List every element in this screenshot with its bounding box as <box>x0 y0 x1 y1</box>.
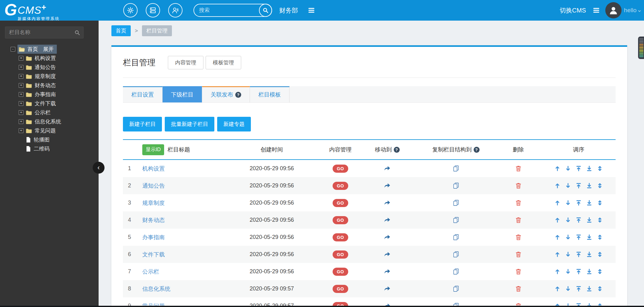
tree-item-label[interactable]: 常见问题 <box>35 127 56 134</box>
sort-down-icon[interactable] <box>565 165 571 172</box>
trash-icon[interactable] <box>515 251 522 258</box>
copy-icon[interactable] <box>452 251 460 258</box>
sort-to-top-icon[interactable] <box>575 182 582 189</box>
sort-down-icon[interactable] <box>565 200 571 206</box>
expand-box-icon[interactable]: + <box>19 92 23 97</box>
search-icon[interactable] <box>259 4 272 17</box>
search-icon[interactable] <box>74 29 80 36</box>
sort-updown-icon[interactable] <box>597 165 603 172</box>
column-title-link[interactable]: 文件下载 <box>142 251 165 258</box>
column-title-link[interactable]: 规章制度 <box>142 200 165 206</box>
tree-item-label[interactable]: 机构设置 <box>35 55 56 62</box>
tree-item-label[interactable]: 财务动态 <box>35 82 56 89</box>
go-button[interactable]: GO <box>333 285 349 293</box>
tree-item-page[interactable]: 二维码 <box>0 144 99 153</box>
global-search-input[interactable] <box>199 4 255 16</box>
tree-item-label[interactable]: 信息化系统 <box>35 118 61 125</box>
browser-extension-widget[interactable] <box>638 37 644 59</box>
column-title-link[interactable]: 办事指南 <box>142 234 165 240</box>
expand-box-icon[interactable]: + <box>19 128 23 133</box>
go-button[interactable]: GO <box>333 216 349 224</box>
tab-column-template[interactable]: 栏目模板 <box>250 86 290 102</box>
new-topic-button[interactable]: 新建专题 <box>217 117 251 131</box>
tree-item-folder[interactable]: +通知公告 <box>0 63 99 72</box>
sort-to-bottom-icon[interactable] <box>586 217 593 223</box>
trash-icon[interactable] <box>515 268 522 275</box>
copy-icon[interactable] <box>452 234 460 241</box>
department-menu-icon[interactable] <box>307 7 315 14</box>
sort-to-bottom-icon[interactable] <box>586 165 593 172</box>
sort-to-bottom-icon[interactable] <box>586 200 593 206</box>
sort-updown-icon[interactable] <box>597 200 603 206</box>
sort-to-top-icon[interactable] <box>575 200 582 206</box>
tree-root-selected[interactable]: 首页 展开 <box>17 45 57 54</box>
expand-box-icon[interactable]: + <box>19 119 23 124</box>
sort-to-top-icon[interactable] <box>575 234 582 240</box>
expand-box-icon[interactable]: + <box>19 101 23 106</box>
sort-to-bottom-icon[interactable] <box>586 234 593 240</box>
user-settings-icon[interactable] <box>168 3 183 17</box>
sort-up-icon[interactable] <box>554 200 561 206</box>
sort-down-icon[interactable] <box>565 268 571 275</box>
new-sub-column-button[interactable]: 新建子栏目 <box>123 117 162 131</box>
user-menu[interactable]: hello <box>624 0 642 21</box>
tree-item-label[interactable]: 公示栏 <box>35 109 51 116</box>
trash-icon[interactable] <box>515 285 522 292</box>
department-label[interactable]: 财务部 <box>279 0 298 21</box>
sort-up-icon[interactable] <box>554 285 561 292</box>
template-manage-button[interactable]: 模板管理 <box>206 56 241 69</box>
tab-related-publish[interactable]: 关联发布? <box>202 86 250 102</box>
move-icon[interactable] <box>384 165 391 172</box>
tree-item-folder[interactable]: +规章制度 <box>0 72 99 81</box>
breadcrumb-home[interactable]: 首页 <box>111 25 131 36</box>
gear-icon[interactable] <box>123 3 138 17</box>
tree-root-expand-action[interactable]: 展开 <box>43 46 54 53</box>
sort-to-top-icon[interactable] <box>575 217 582 223</box>
trash-icon[interactable] <box>515 165 522 172</box>
move-icon[interactable] <box>384 251 391 258</box>
help-icon[interactable]: ? <box>235 92 241 98</box>
column-title-link[interactable]: 通知公告 <box>142 183 165 189</box>
sort-down-icon[interactable] <box>565 217 571 223</box>
expand-box-icon[interactable]: + <box>19 56 23 61</box>
trash-icon[interactable] <box>515 234 522 241</box>
tree-item-label[interactable]: 二维码 <box>34 145 50 152</box>
go-button[interactable]: GO <box>333 182 349 190</box>
content-manage-button[interactable]: 内容管理 <box>168 56 203 69</box>
go-button[interactable]: GO <box>333 233 349 241</box>
sort-down-icon[interactable] <box>565 234 571 240</box>
move-icon[interactable] <box>384 268 391 275</box>
expand-box-icon[interactable]: + <box>19 65 23 70</box>
batch-new-sub-column-button[interactable]: 批量新建子栏目 <box>165 117 214 131</box>
sort-updown-icon[interactable] <box>597 268 603 275</box>
copy-icon[interactable] <box>452 199 460 206</box>
expand-box-icon[interactable]: + <box>19 83 23 88</box>
sort-up-icon[interactable] <box>554 182 561 189</box>
tab-column-settings[interactable]: 栏目设置 <box>123 86 163 102</box>
move-icon[interactable] <box>384 216 391 224</box>
go-button[interactable]: GO <box>333 199 349 207</box>
sort-updown-icon[interactable] <box>597 217 603 223</box>
tree-item-page[interactable]: 轮播图 <box>0 135 99 144</box>
collapse-box-icon[interactable]: - <box>11 47 15 52</box>
move-icon[interactable] <box>384 285 391 292</box>
column-title-link[interactable]: 财务动态 <box>142 217 165 223</box>
tree-item-label[interactable]: 规章制度 <box>35 73 56 80</box>
trash-icon[interactable] <box>515 182 522 189</box>
sort-down-icon[interactable] <box>565 182 571 189</box>
sort-down-icon[interactable] <box>565 251 571 258</box>
trash-icon[interactable] <box>515 216 522 224</box>
tab-sub-columns[interactable]: 下级栏目 <box>163 86 202 102</box>
sort-updown-icon[interactable] <box>597 234 603 240</box>
expand-box-icon[interactable]: + <box>19 110 23 115</box>
tree-item-folder[interactable]: +信息化系统 <box>0 117 99 126</box>
copy-icon[interactable] <box>452 268 460 275</box>
column-title-link[interactable]: 机构设置 <box>142 166 165 172</box>
trash-icon[interactable] <box>515 199 522 206</box>
sidebar-collapse-handle[interactable]: ‹ <box>93 162 105 174</box>
sort-to-top-icon[interactable] <box>575 268 582 275</box>
copy-icon[interactable] <box>452 285 460 292</box>
tree-item-root[interactable]: - 首页 展开 <box>0 45 99 54</box>
sort-updown-icon[interactable] <box>597 285 603 292</box>
switch-cms-button[interactable]: 切换CMS <box>560 0 586 21</box>
